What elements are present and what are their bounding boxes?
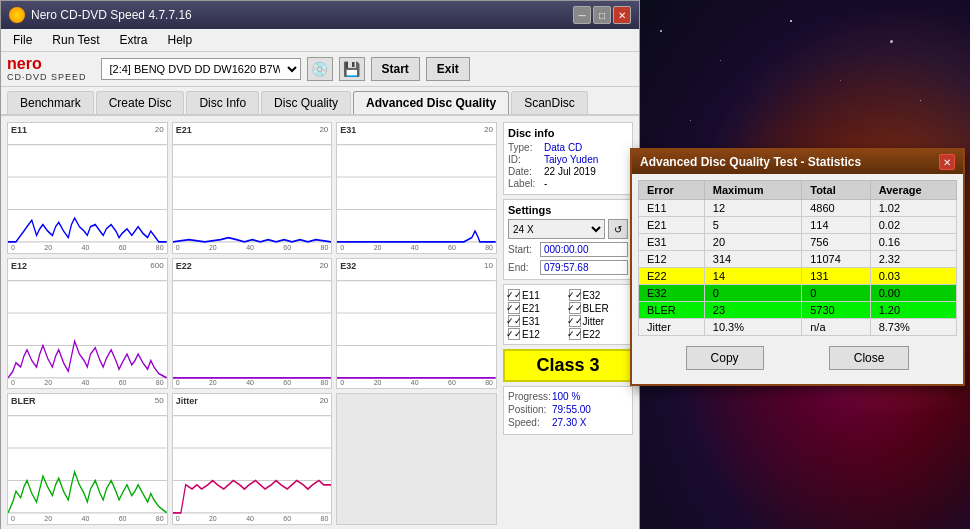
speed-selector[interactable]: 24 X [508, 219, 605, 239]
chart-e12-max: 600 [150, 261, 163, 270]
prog-speed-row: Speed: 27.30 X [508, 417, 628, 428]
checkbox-e32[interactable]: ✓ [569, 289, 581, 301]
id-label: ID: [508, 154, 540, 165]
menu-bar: File Run Test Extra Help [1, 29, 639, 52]
tab-advanced-disc-quality[interactable]: Advanced Disc Quality [353, 91, 509, 114]
menu-file[interactable]: File [5, 31, 40, 49]
row-e11-total: 4860 [802, 200, 870, 217]
cb-bler: ✓ BLER [569, 302, 629, 314]
cb-e21: ✓ E21 [508, 302, 568, 314]
tab-scan-disc[interactable]: ScanDisc [511, 91, 588, 114]
drive-info-button[interactable]: 💿 [307, 57, 333, 81]
table-row: Jitter 10.3% n/a 8.73% [639, 319, 957, 336]
window-title: Nero CD-DVD Speed 4.7.7.16 [31, 8, 573, 22]
cb-e12-label: E12 [522, 329, 540, 340]
row-e12-total: 11074 [802, 251, 870, 268]
end-label: End: [508, 262, 536, 273]
close-button[interactable]: ✕ [613, 6, 631, 24]
info-date-row: Date: 22 Jul 2019 [508, 166, 628, 177]
exit-button[interactable]: Exit [426, 57, 470, 81]
date-value: 22 Jul 2019 [544, 166, 596, 177]
content-area: E11 20 020406080 E21 20 [1, 116, 639, 529]
minimize-button[interactable]: ─ [573, 6, 591, 24]
row-e32-avg: 0.00 [870, 285, 956, 302]
cb-jitter: ✓ Jitter [569, 315, 629, 327]
row-jitter-avg: 8.73% [870, 319, 956, 336]
chart-e12: E12 600 020406080 [7, 258, 168, 390]
row-bler-avg: 1.20 [870, 302, 956, 319]
type-label: Type: [508, 142, 540, 153]
tab-create-disc[interactable]: Create Disc [96, 91, 185, 114]
maximize-button[interactable]: □ [593, 6, 611, 24]
title-bar: Nero CD-DVD Speed 4.7.7.16 ─ □ ✕ [1, 1, 639, 29]
refresh-button[interactable]: ↺ [608, 219, 628, 239]
stats-body: Error Maximum Total Average E11 12 4860 … [632, 180, 963, 384]
chart-e22-label: E22 [176, 261, 192, 271]
chart-e32-max: 10 [484, 261, 493, 270]
menu-extra[interactable]: Extra [111, 31, 155, 49]
row-jitter-max: 10.3% [704, 319, 801, 336]
cb-e11: ✓ E11 [508, 289, 568, 301]
col-average: Average [870, 181, 956, 200]
checkbox-jitter[interactable]: ✓ [569, 315, 581, 327]
settings-title: Settings [508, 204, 628, 216]
chart-empty [336, 393, 497, 525]
tab-disc-info[interactable]: Disc Info [186, 91, 259, 114]
label-label: Label: [508, 178, 540, 189]
main-window: Nero CD-DVD Speed 4.7.7.16 ─ □ ✕ File Ru… [0, 0, 640, 529]
checkbox-e12[interactable]: ✓ [508, 328, 520, 340]
chart-e12-label: E12 [11, 261, 27, 271]
table-row: BLER 23 5730 1.20 [639, 302, 957, 319]
copy-button[interactable]: Copy [686, 346, 764, 370]
row-e11-max: 12 [704, 200, 801, 217]
disc-info-title: Disc info [508, 127, 628, 139]
chart-e21-label: E21 [176, 125, 192, 135]
start-time-row: Start: 000:00.00 [508, 242, 628, 257]
start-label: Start: [508, 244, 536, 255]
checkbox-e11[interactable]: ✓ [508, 289, 520, 301]
prog-progress-value: 100 % [552, 391, 580, 402]
close-stats-button[interactable]: Close [829, 346, 910, 370]
menu-run-test[interactable]: Run Test [44, 31, 107, 49]
table-row: E22 14 131 0.03 [639, 268, 957, 285]
checkbox-e21[interactable]: ✓ [508, 302, 520, 314]
col-error: Error [639, 181, 705, 200]
start-button[interactable]: Start [371, 57, 420, 81]
cb-e21-label: E21 [522, 303, 540, 314]
prog-speed-value: 27.30 X [552, 417, 586, 428]
right-panel: Disc info Type: Data CD ID: Taiyo Yuden … [503, 122, 633, 525]
cb-e22: ✓ E22 [569, 328, 629, 340]
row-e12-avg: 2.32 [870, 251, 956, 268]
row-e21-max: 5 [704, 217, 801, 234]
info-type-row: Type: Data CD [508, 142, 628, 153]
row-e11-avg: 1.02 [870, 200, 956, 217]
chart-jitter-label: Jitter [176, 396, 198, 406]
tab-benchmark[interactable]: Benchmark [7, 91, 94, 114]
id-value: Taiyo Yuden [544, 154, 598, 165]
stats-dialog-close-button[interactable]: ✕ [939, 154, 955, 170]
row-e32-total: 0 [802, 285, 870, 302]
drive-selector[interactable]: [2:4] BENQ DVD DD DW1620 B7W9 [101, 58, 301, 80]
chart-e31: E31 20 020406080 [336, 122, 497, 254]
app-icon [9, 7, 25, 23]
table-row: E32 0 0 0.00 [639, 285, 957, 302]
row-bler-error: BLER [639, 302, 705, 319]
row-e32-max: 0 [704, 285, 801, 302]
checkbox-e22[interactable]: ✓ [569, 328, 581, 340]
checkbox-e31[interactable]: ✓ [508, 315, 520, 327]
chart-e32: E32 10 020406080 [336, 258, 497, 390]
disc-info-section: Disc info Type: Data CD ID: Taiyo Yuden … [503, 122, 633, 195]
checkbox-bler[interactable]: ✓ [569, 302, 581, 314]
settings-section: Settings 24 X ↺ Start: 000:00.00 End: 07… [503, 199, 633, 280]
row-e31-avg: 0.16 [870, 234, 956, 251]
menu-help[interactable]: Help [160, 31, 201, 49]
stats-dialog: Advanced Disc Quality Test - Statistics … [630, 148, 965, 386]
info-label-row: Label: - [508, 178, 628, 189]
row-e11-error: E11 [639, 200, 705, 217]
prog-speed-label: Speed: [508, 417, 548, 428]
tab-disc-quality[interactable]: Disc Quality [261, 91, 351, 114]
row-e31-max: 20 [704, 234, 801, 251]
cb-jitter-label: Jitter [583, 316, 605, 327]
cb-e22-label: E22 [583, 329, 601, 340]
save-button[interactable]: 💾 [339, 57, 365, 81]
